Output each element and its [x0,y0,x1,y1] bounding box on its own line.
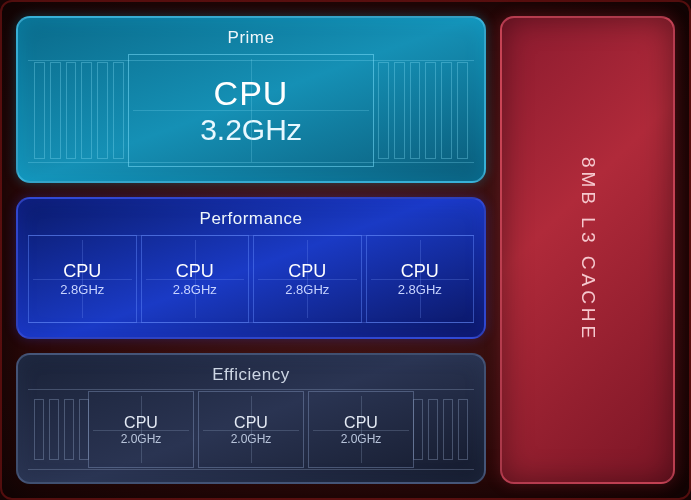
core-frequency: 3.2GHz [200,113,302,147]
core-label: CPU [124,414,158,432]
core-frequency: 2.8GHz [60,282,104,297]
efficiency-core: CPU 2.0GHz [88,391,194,468]
performance-core: CPU 2.8GHz [366,235,475,324]
chip-layout: Prime CPU 3.2GHz Performance [16,16,675,484]
performance-core: CPU 2.8GHz [28,235,137,324]
core-frequency: 2.0GHz [231,432,272,446]
decor-bars [413,399,468,460]
decor-rail [28,389,474,390]
l3-cache-block: 8MB L3 CACHE [500,16,675,484]
cpu-clusters-column: Prime CPU 3.2GHz Performance [16,16,486,484]
prime-cluster: Prime CPU 3.2GHz [16,16,486,183]
performance-core: CPU 2.8GHz [141,235,250,324]
efficiency-title: Efficiency [212,365,289,385]
performance-core-row: CPU 2.8GHz CPU 2.8GHz CPU 2.8GHz CPU 2.8… [28,235,474,324]
core-label: CPU [234,414,268,432]
efficiency-core: CPU 2.0GHz [308,391,414,468]
efficiency-core-row: CPU 2.0GHz CPU 2.0GHz CPU 2.0GHz [28,391,474,468]
decor-bars [34,399,89,460]
core-frequency: 2.8GHz [285,282,329,297]
decor-bars [378,62,468,159]
core-frequency: 2.0GHz [121,432,162,446]
prime-title: Prime [228,28,275,48]
prime-core: CPU 3.2GHz [128,54,374,167]
chip-package: Prime CPU 3.2GHz Performance [0,0,691,500]
decor-bars [34,62,124,159]
performance-cluster: Performance CPU 2.8GHz CPU 2.8GHz CPU 2.… [16,197,486,340]
efficiency-core: CPU 2.0GHz [198,391,304,468]
core-label: CPU [176,261,214,282]
core-frequency: 2.8GHz [173,282,217,297]
cache-label: 8MB L3 CACHE [577,157,599,342]
core-label: CPU [63,261,101,282]
core-frequency: 2.8GHz [398,282,442,297]
performance-title: Performance [200,209,303,229]
efficiency-cluster: Efficiency CPU 2.0GHz CPU 2.0GHz CPU [16,353,486,484]
prime-core-row: CPU 3.2GHz [28,54,474,167]
core-frequency: 2.0GHz [341,432,382,446]
performance-core: CPU 2.8GHz [253,235,362,324]
core-label: CPU [214,74,289,113]
core-label: CPU [344,414,378,432]
core-label: CPU [401,261,439,282]
decor-rail [28,469,474,470]
core-label: CPU [288,261,326,282]
